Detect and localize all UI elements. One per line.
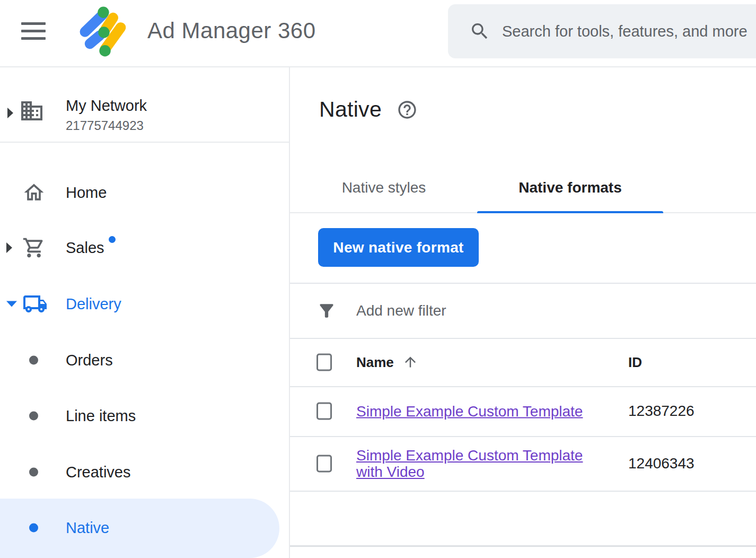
row-checkbox[interactable] xyxy=(317,403,332,420)
filter-funnel-icon xyxy=(317,301,337,321)
network-building-icon xyxy=(19,98,45,124)
column-header-name[interactable]: Name xyxy=(356,354,394,370)
sidebar-item-native[interactable]: Native xyxy=(0,505,290,550)
bullet-icon xyxy=(29,356,38,365)
sidebar-item-creatives[interactable]: Creatives xyxy=(0,450,290,494)
table-row: Simple Example Custom Template with Vide… xyxy=(290,436,756,491)
table-bottom-border xyxy=(290,545,756,547)
sidebar-item-label: Line items xyxy=(66,407,136,425)
active-tab-indicator xyxy=(477,211,663,213)
add-filter-input[interactable]: Add new filter xyxy=(356,302,446,319)
sort-ascending-icon[interactable] xyxy=(402,354,418,370)
sidebar-item-label: Sales xyxy=(66,239,104,257)
sidebar-item-label: Delivery xyxy=(66,295,121,313)
sidebar: My Network 21775744923 Home Sales Delive… xyxy=(0,67,290,558)
main-content: Native Native styles Native formats New … xyxy=(290,67,756,558)
sidebar-item-label: Home xyxy=(66,184,107,202)
bullet-icon xyxy=(29,412,38,421)
table-empty-row xyxy=(290,491,756,545)
tab-native-formats[interactable]: Native formats xyxy=(477,179,663,212)
home-icon xyxy=(22,181,46,204)
cart-icon xyxy=(22,236,46,259)
new-native-format-button[interactable]: New native format xyxy=(318,228,479,267)
caret-expanded-icon[interactable] xyxy=(6,301,17,307)
sidebar-item-sales[interactable]: Sales xyxy=(0,225,290,270)
caret-collapsed-icon[interactable] xyxy=(7,108,13,118)
ad-manager-logo-icon xyxy=(80,5,128,59)
help-icon[interactable] xyxy=(397,99,418,120)
network-name: My Network xyxy=(66,97,147,115)
sidebar-item-line-items[interactable]: Line items xyxy=(0,394,290,438)
native-format-id: 12406343 xyxy=(628,455,695,472)
native-format-link[interactable]: Simple Example Custom Template xyxy=(356,403,583,420)
sidebar-item-home[interactable]: Home xyxy=(0,170,290,215)
sidebar-item-label: Orders xyxy=(66,352,113,369)
sidebar-item-label: Native xyxy=(66,519,109,537)
sidebar-item-orders[interactable]: Orders xyxy=(0,338,290,382)
column-header-id[interactable]: ID xyxy=(628,354,642,370)
bullet-icon xyxy=(29,524,38,533)
native-format-id: 12387226 xyxy=(628,403,695,420)
search-icon xyxy=(469,21,490,42)
sidebar-item-label: Creatives xyxy=(66,464,131,481)
sidebar-divider xyxy=(0,142,290,143)
menu-icon[interactable] xyxy=(21,22,46,42)
top-header: Ad Manager 360 Search for tools, feature… xyxy=(0,0,756,67)
network-selector[interactable]: My Network 21775744923 xyxy=(0,83,290,142)
notification-dot xyxy=(109,236,116,243)
native-format-link[interactable]: Simple Example Custom Template with Vide… xyxy=(356,447,583,480)
search-placeholder: Search for tools, features, and more xyxy=(502,23,748,40)
filter-bar[interactable]: Add new filter xyxy=(290,284,756,338)
table-row: Simple Example Custom Template 12387226 xyxy=(290,386,756,436)
row-checkbox[interactable] xyxy=(317,455,332,472)
network-id: 21775744923 xyxy=(66,118,144,133)
caret-collapsed-icon[interactable] xyxy=(6,242,12,253)
tab-native-styles[interactable]: Native styles xyxy=(318,179,450,212)
table-header-row: Name ID xyxy=(290,338,756,386)
page-title: Native xyxy=(319,97,382,122)
select-all-checkbox[interactable] xyxy=(317,353,332,371)
sidebar-item-delivery[interactable]: Delivery xyxy=(0,282,290,326)
truck-icon xyxy=(22,291,48,317)
search-input[interactable]: Search for tools, features, and more xyxy=(448,4,756,58)
app-title: Ad Manager 360 xyxy=(147,18,316,43)
bullet-icon xyxy=(29,468,38,477)
